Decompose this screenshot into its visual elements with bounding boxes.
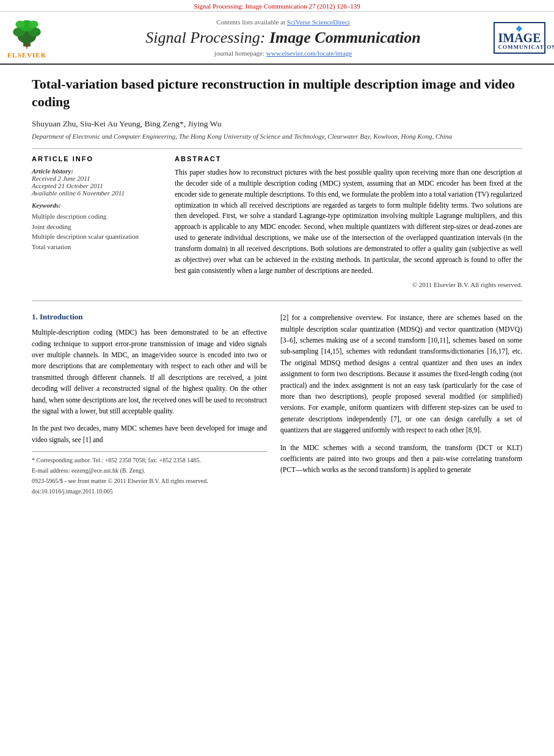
received-date: Received 2 June 2011	[32, 175, 160, 182]
image-comm-sublabel: COMMUNICATION	[498, 44, 541, 50]
article-history: Article history: Received 2 June 2011 Ac…	[32, 167, 160, 197]
ic-top-label: 🔷	[498, 26, 541, 32]
homepage-line: journal homepage: www.elsevier.com/locat…	[214, 49, 352, 57]
article-info-panel: ARTICLE INFO Article history: Received 2…	[32, 155, 160, 288]
right-column: [2] for a comprehensive overview. For in…	[280, 312, 522, 497]
footnote-area: * Corresponding author. Tel.: +852 2358 …	[32, 451, 267, 496]
svg-point-6	[29, 21, 38, 28]
main-content: 1. Introduction Multiple-description cod…	[0, 312, 554, 497]
sciverse-link[interactable]: SciVerse ScienceDirect	[287, 18, 350, 26]
right-para-1: [2] for a comprehensive overview. For in…	[280, 312, 522, 435]
intro-para-1: Multiple-description coding (MDC) has be…	[32, 327, 267, 416]
history-label: Article history:	[32, 167, 160, 175]
publisher-logo-area: ELSEVIER	[7, 16, 75, 59]
journal-header: ELSEVIER Contents lists available at Sci…	[0, 12, 554, 65]
homepage-label: journal homepage:	[214, 49, 264, 57]
footnote-issn: 0923-5965/$ - see front matter © 2011 El…	[32, 476, 267, 485]
affiliation-line: Department of Electronic and Computer En…	[32, 133, 522, 140]
image-comm-label: IMAGE	[498, 32, 541, 44]
homepage-url[interactable]: www.elsevier.com/locate/image	[266, 49, 352, 57]
article-info-abstract: ARTICLE INFO Article history: Received 2…	[32, 155, 522, 288]
journal-logo-right: 🔷 IMAGE COMMUNICATION	[492, 16, 547, 59]
top-bar: Signal Processing: Image Communication 2…	[0, 0, 554, 12]
header-divider	[32, 148, 522, 149]
journal-name-bold: Image Communication	[269, 29, 421, 46]
contents-available-line: Contents lists available at SciVerse Sci…	[216, 18, 349, 26]
intro-heading-text: 1. Introduction	[32, 312, 83, 321]
elsevier-label: ELSEVIER	[7, 51, 46, 59]
intro-para-2: In the past two decades, many MDC scheme…	[32, 423, 267, 445]
keywords-label: Keywords:	[32, 202, 160, 209]
copyright-line: © 2011 Elsevier B.V. All rights reserved…	[175, 281, 522, 288]
svg-point-5	[15, 21, 24, 28]
available-date: Available online 6 November 2011	[32, 189, 160, 197]
footnote-email: E-mail address: eezeng@ece.ust.hk (B. Ze…	[32, 466, 267, 475]
right-para-2: In the MDC schemes with a second transfo…	[280, 442, 522, 476]
footnote-star: * Corresponding author. Tel.: +852 2358 …	[32, 456, 267, 465]
paper-title: Total-variation based picture reconstruc…	[32, 76, 522, 111]
journal-name-italic: Signal Processing:	[145, 29, 269, 46]
abstract-panel: ABSTRACT This paper studies how to recon…	[175, 155, 522, 288]
abstract-text: This paper studies how to reconstruct pi…	[175, 167, 522, 276]
keyword-1: Multiple description coding	[32, 211, 160, 222]
elsevier-logo: ELSEVIER	[7, 16, 46, 59]
section-divider	[32, 300, 522, 301]
keyword-2: Joint decoding	[32, 222, 160, 232]
footnote-doi: doi:10.1016/j.image.2011.10.005	[32, 487, 267, 496]
intro-heading: 1. Introduction	[32, 312, 267, 322]
elsevier-tree-icon	[9, 16, 45, 50]
left-column: 1. Introduction Multiple-description cod…	[32, 312, 267, 497]
journal-name: Signal Processing: Image Communication	[145, 28, 420, 47]
journal-citation: Signal Processing: Image Communication 2…	[194, 2, 360, 10]
accepted-date: Accepted 21 October 2011	[32, 182, 160, 189]
article-info-heading: ARTICLE INFO	[32, 155, 160, 162]
keyword-4: Total variation	[32, 242, 160, 252]
keywords-list: Multiple description coding Joint decodi…	[32, 211, 160, 252]
contents-available-label: Contents lists available at	[216, 18, 285, 26]
authors-line: Shuyuan Zhu, Siu-Kei Au Yeung, Bing Zeng…	[32, 119, 522, 129]
journal-title-area: Contents lists available at SciVerse Sci…	[81, 16, 486, 59]
abstract-heading: ABSTRACT	[175, 155, 522, 162]
image-communication-badge: 🔷 IMAGE COMMUNICATION	[494, 22, 545, 54]
paper-body: Total-variation based picture reconstruc…	[0, 65, 554, 294]
svg-point-7	[25, 44, 28, 47]
keyword-3: Multiple description scalar quantization	[32, 231, 160, 242]
keywords-section: Keywords: Multiple description coding Jo…	[32, 202, 160, 252]
